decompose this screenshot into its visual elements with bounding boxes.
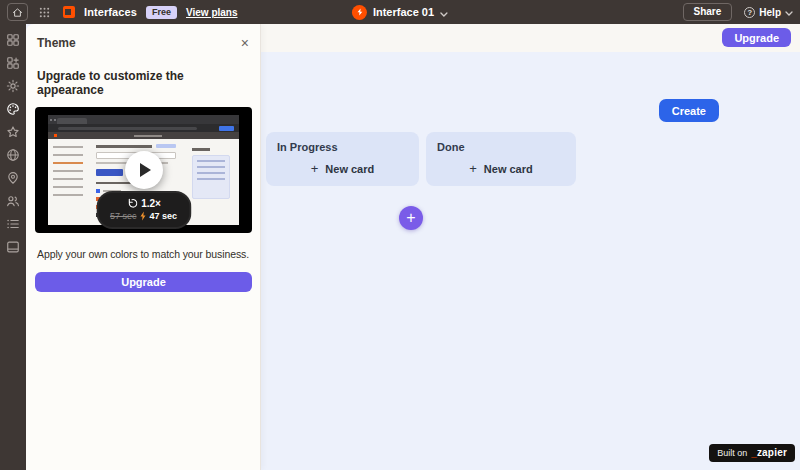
lightning-icon xyxy=(140,211,147,221)
product-name: Interfaces xyxy=(84,6,137,18)
zapier-logotype: _ zapier xyxy=(751,447,787,458)
chevron-down-icon xyxy=(785,7,793,18)
new-card-button[interactable]: + New card xyxy=(437,161,565,176)
rail-item-theme[interactable] xyxy=(4,102,22,116)
panel-title: Theme xyxy=(37,36,76,50)
add-block-icon xyxy=(6,56,20,70)
footer-panel-icon xyxy=(6,240,20,254)
toolbar-upgrade-button[interactable]: Upgrade xyxy=(722,28,791,47)
grid-icon xyxy=(39,7,50,18)
rail-item-list[interactable] xyxy=(4,217,22,231)
plan-badge: Free xyxy=(146,6,177,19)
page-canvas: Create In Progress + New card Done + New… xyxy=(261,52,800,470)
speed-value: 1.2× xyxy=(141,198,161,209)
map-pin-icon xyxy=(6,171,20,185)
rail-item-blocks[interactable] xyxy=(4,33,22,47)
interfaces-logo xyxy=(63,6,75,18)
help-icon: ? xyxy=(744,7,755,18)
kanban-board: In Progress + New card Done + New card xyxy=(266,132,576,186)
topbar: Interfaces Free View plans Interface 01 … xyxy=(0,0,800,24)
original-duration: 57 sec xyxy=(110,211,137,221)
project-name: Interface 01 xyxy=(373,6,434,18)
topbar-right: Share ? Help xyxy=(683,3,793,21)
promo-video[interactable]: 1.2× 57 sec 47 sec xyxy=(35,107,252,233)
kanban-column-in-progress: In Progress + New card xyxy=(266,132,419,186)
home-button[interactable] xyxy=(7,3,28,21)
new-card-label: New card xyxy=(484,163,533,175)
play-button[interactable] xyxy=(125,151,163,189)
project-selector[interactable]: Interface 01 xyxy=(352,3,448,21)
kanban-column-done: Done + New card xyxy=(426,132,576,186)
list-icon xyxy=(6,217,20,231)
new-card-button[interactable]: + New card xyxy=(277,161,408,176)
globe-icon xyxy=(6,148,20,162)
close-icon[interactable]: × xyxy=(241,36,249,50)
replay-icon xyxy=(126,198,137,209)
users-icon xyxy=(6,194,20,208)
editor-rail xyxy=(0,24,26,470)
plus-icon: + xyxy=(311,161,319,176)
settings-gear-icon xyxy=(6,79,20,93)
theme-panel: Theme × Upgrade to customize the appeara… xyxy=(26,24,261,470)
play-icon xyxy=(140,163,151,177)
built-on-zapier-badge[interactable]: Built on _ zapier xyxy=(709,444,795,462)
column-title: In Progress xyxy=(277,141,408,153)
rail-item-settings[interactable] xyxy=(4,79,22,93)
help-label: Help xyxy=(759,7,781,18)
zapier-logo-icon xyxy=(352,5,367,20)
column-title: Done xyxy=(437,141,565,153)
built-on-label: Built on xyxy=(717,448,747,458)
view-plans-link[interactable]: View plans xyxy=(186,7,238,18)
upgrade-heading: Upgrade to customize the appearance xyxy=(35,69,251,97)
main-toolbar: Upgrade xyxy=(261,24,800,52)
rail-item-domain[interactable] xyxy=(4,148,22,162)
panel-upgrade-button[interactable]: Upgrade xyxy=(35,272,252,292)
create-button[interactable]: Create xyxy=(659,99,719,122)
zapier-brand: zapier xyxy=(757,447,787,458)
share-button[interactable]: Share xyxy=(683,3,733,21)
fast-duration: 47 sec xyxy=(150,211,178,221)
app-grid-button[interactable] xyxy=(39,7,50,18)
theme-panel-header: Theme × xyxy=(35,36,251,50)
chevron-down-icon xyxy=(440,3,448,21)
rail-item-featured[interactable] xyxy=(4,125,22,139)
plus-icon: + xyxy=(469,161,477,176)
rail-item-location[interactable] xyxy=(4,171,22,185)
rail-item-footer-panel[interactable] xyxy=(4,240,22,254)
home-icon xyxy=(12,7,23,18)
add-block-fab[interactable]: + xyxy=(399,206,423,230)
new-card-label: New card xyxy=(325,163,374,175)
blocks-icon xyxy=(6,33,20,47)
help-menu[interactable]: ? Help xyxy=(744,7,793,18)
rail-item-users[interactable] xyxy=(4,194,22,208)
panel-description: Apply your own colors to match your busi… xyxy=(35,248,251,260)
plus-icon: + xyxy=(406,210,415,226)
star-icon xyxy=(6,125,20,139)
playback-speed-badge[interactable]: 1.2× 57 sec 47 sec xyxy=(96,191,191,229)
theme-palette-icon xyxy=(6,102,20,116)
rail-item-add-block[interactable] xyxy=(4,56,22,70)
